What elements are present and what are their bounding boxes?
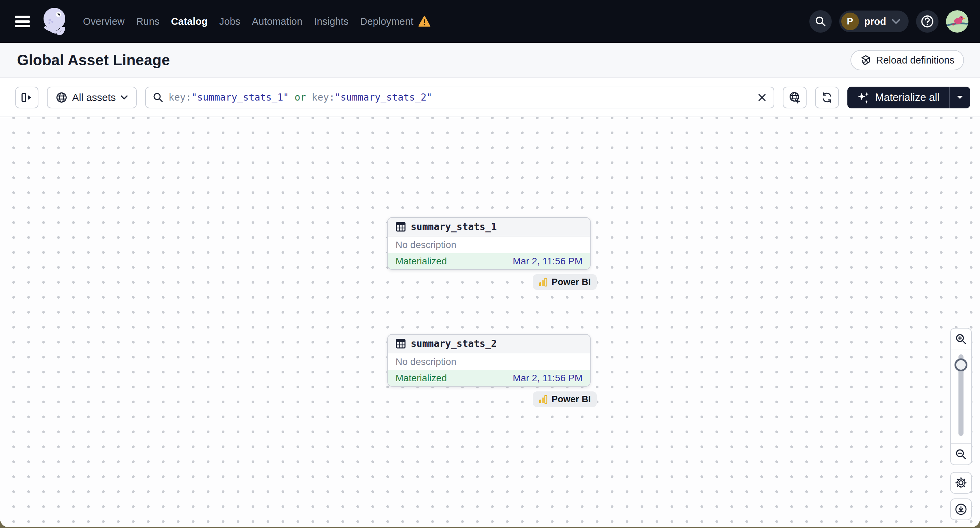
hamburger-menu-icon[interactable] xyxy=(15,16,30,27)
materialization-status: Materialized xyxy=(396,373,447,384)
power-bi-icon xyxy=(539,395,548,404)
asset-node-header: summary_stats_2 xyxy=(388,335,590,354)
zoom-in-button[interactable] xyxy=(951,328,971,350)
nav-item-overview[interactable]: Overview xyxy=(83,16,124,27)
view-full-graph-button[interactable] xyxy=(783,87,807,108)
asset-node-summary-stats-2[interactable]: summary_stats_2 No description Materiali… xyxy=(387,334,591,387)
page-title: Global Asset Lineage xyxy=(17,52,170,69)
chevron-down-icon xyxy=(892,19,900,24)
navbar-right-cluster: P prod xyxy=(809,10,969,33)
table-icon xyxy=(396,338,406,349)
download-graph-button[interactable] xyxy=(950,498,972,520)
asset-node-summary-stats-1[interactable]: summary_stats_1 No description Materiali… xyxy=(387,217,591,270)
nav-item-automation[interactable]: Automation xyxy=(252,16,303,27)
top-navbar: Overview Runs Catalog Jobs Automation In… xyxy=(0,0,980,43)
asset-filter-label: All assets xyxy=(72,92,116,103)
zoom-out-button[interactable] xyxy=(951,443,971,465)
deployment-avatar: P xyxy=(841,13,859,30)
chevron-down-icon xyxy=(120,95,128,100)
nav-item-runs[interactable]: Runs xyxy=(136,16,159,27)
panel-toggle-icon xyxy=(21,92,33,103)
zoom-controls xyxy=(950,328,972,465)
dagster-logo[interactable] xyxy=(39,5,69,38)
power-bi-icon xyxy=(539,277,548,287)
refresh-graph-button[interactable] xyxy=(815,87,839,108)
toggle-side-panel-button[interactable] xyxy=(15,87,38,108)
asset-node-header: summary_stats_1 xyxy=(388,218,590,236)
search-icon xyxy=(153,92,164,103)
nav-item-deployment[interactable]: Deployment xyxy=(360,16,431,27)
warning-icon xyxy=(418,16,431,27)
graph-settings-button[interactable] xyxy=(950,472,972,494)
globe-icon xyxy=(56,92,67,103)
zoom-out-icon xyxy=(955,449,967,460)
asset-status-row: Materialized Mar 2, 11:56 PM xyxy=(388,370,590,386)
lineage-toolbar: All assets key:"summary_stats_1" or key:… xyxy=(0,78,980,117)
reload-definitions-icon xyxy=(860,54,872,66)
asset-name: summary_stats_2 xyxy=(411,338,497,349)
primary-nav: Overview Runs Catalog Jobs Automation In… xyxy=(83,16,431,27)
deployment-switcher[interactable]: P prod xyxy=(839,11,908,32)
zoom-slider-knob[interactable] xyxy=(955,358,967,371)
materialize-all-button[interactable]: Materialize all xyxy=(847,87,949,108)
power-bi-badge[interactable]: Power BI xyxy=(533,392,597,407)
asset-description: No description xyxy=(388,236,590,253)
asset-description: No description xyxy=(388,354,590,370)
power-bi-badge[interactable]: Power BI xyxy=(533,274,597,290)
help-button[interactable] xyxy=(916,10,939,33)
global-search-button[interactable] xyxy=(809,10,832,33)
reload-definitions-label: Reload definitions xyxy=(876,55,955,66)
nav-item-insights[interactable]: Insights xyxy=(314,16,348,27)
materialize-all-split-button: Materialize all xyxy=(847,87,970,108)
sparkles-icon xyxy=(857,91,870,104)
power-bi-label: Power BI xyxy=(552,277,591,287)
materialize-all-label: Materialize all xyxy=(875,91,940,104)
refresh-icon xyxy=(821,91,833,104)
table-icon xyxy=(396,222,406,232)
deployment-name: prod xyxy=(864,16,886,27)
help-icon xyxy=(921,14,934,28)
settings-gear-icon xyxy=(955,476,967,489)
globe-add-icon xyxy=(789,91,801,104)
materialization-status: Materialized xyxy=(396,256,447,267)
caret-down-icon xyxy=(956,95,964,100)
download-icon xyxy=(955,503,967,516)
user-avatar[interactable] xyxy=(946,10,969,33)
materialize-options-button[interactable] xyxy=(949,87,970,108)
asset-search-input[interactable]: key:"summary_stats_1" or key:"summary_st… xyxy=(145,87,774,108)
materialization-timestamp[interactable]: Mar 2, 11:56 PM xyxy=(513,256,582,267)
clear-query-icon[interactable] xyxy=(757,93,767,102)
zoom-slider[interactable] xyxy=(951,350,971,443)
asset-selection-query[interactable]: key:"summary_stats_1" or key:"summary_st… xyxy=(168,92,752,103)
nav-item-catalog[interactable]: Catalog xyxy=(171,16,208,27)
search-icon xyxy=(815,16,826,27)
zoom-in-icon xyxy=(955,333,967,345)
power-bi-label: Power BI xyxy=(552,394,591,405)
asset-name: summary_stats_1 xyxy=(411,221,497,232)
lineage-canvas[interactable]: summary_stats_1 No description Materiali… xyxy=(0,117,980,527)
materialization-timestamp[interactable]: Mar 2, 11:56 PM xyxy=(513,373,582,384)
reload-definitions-button[interactable]: Reload definitions xyxy=(850,50,964,70)
asset-group-filter[interactable]: All assets xyxy=(47,87,137,108)
nav-item-jobs[interactable]: Jobs xyxy=(220,16,240,27)
page-header: Global Asset Lineage Reload definitions xyxy=(0,43,980,78)
asset-status-row: Materialized Mar 2, 11:56 PM xyxy=(388,253,590,269)
